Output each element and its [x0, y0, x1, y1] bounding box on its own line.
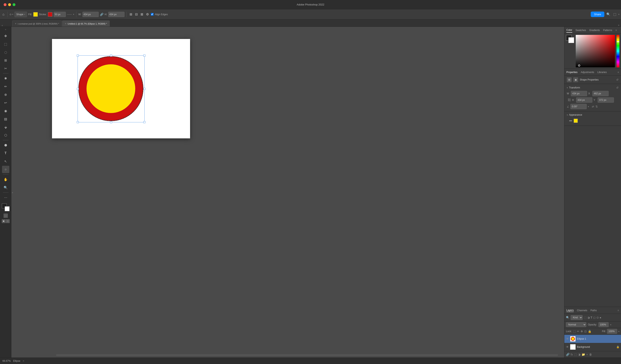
tabs-collapse-right[interactable]: » — [618, 24, 619, 27]
width-input[interactable] — [83, 12, 99, 17]
screen-mode-btn[interactable]: ⬢ — [2, 219, 5, 223]
add-fx-btn[interactable]: fx — [571, 353, 573, 356]
lock-transparent-icon[interactable]: ⬚ — [573, 330, 576, 333]
link-layers-btn[interactable]: 🔗 — [566, 353, 569, 356]
path-select-tool-btn[interactable]: ↖ — [2, 158, 9, 165]
delete-layer-btn[interactable]: 🗑 — [589, 353, 592, 356]
y-value-input[interactable] — [598, 97, 614, 103]
crop-tool-btn[interactable]: ⊞ — [2, 57, 9, 64]
w-value-input[interactable] — [571, 91, 587, 96]
lock-artboard-icon[interactable]: ⊡ — [584, 330, 587, 333]
color-tab[interactable]: Color — [566, 28, 572, 33]
close-btn[interactable] — [4, 3, 6, 6]
lock-all-icon[interactable]: 🔒 — [588, 330, 591, 333]
add-mask-btn[interactable]: ⬚ — [574, 353, 577, 356]
layer-item-ellipse1[interactable]: 👁 Ellipse 1 — [564, 335, 621, 343]
zoom-tool-btn[interactable]: 🔍 — [2, 184, 9, 191]
fill-color-swatch[interactable] — [33, 12, 38, 17]
panels-collapse-icon[interactable]: « — [2, 24, 3, 27]
hue-slider[interactable] — [617, 35, 619, 67]
align-center-btn[interactable]: ⊟ — [134, 12, 138, 17]
appearance-icon[interactable]: ◉ — [573, 77, 578, 82]
healing-tool-btn[interactable]: ✱ — [2, 75, 9, 82]
ellipse-visibility-icon[interactable]: 👁 — [566, 337, 569, 340]
history-tool-btn[interactable]: ↩ — [2, 99, 9, 106]
handle-bottom-left[interactable] — [77, 121, 79, 123]
screen-mode2-btn[interactable]: ⬡ — [6, 219, 10, 223]
ellipse-outer-ring[interactable] — [78, 56, 143, 121]
shape-mode-btn[interactable]: Shape ▾ — [15, 12, 27, 17]
paths-tab[interactable]: Paths — [590, 309, 597, 312]
ellipse-tool-icon[interactable]: ○ — [10, 13, 12, 16]
channels-tab[interactable]: Channels — [577, 309, 587, 312]
layers-panel-menu[interactable]: ≡ — [618, 309, 619, 312]
stroke-size-input[interactable] — [54, 12, 66, 17]
filter-pixel-icon[interactable]: ⬚ — [584, 316, 586, 319]
patterns-tab[interactable]: Patterns — [603, 28, 612, 33]
filter-kind-dropdown[interactable]: Kind — [571, 315, 583, 320]
transform-reset-icon[interactable]: ↺ — [616, 86, 619, 89]
blur-tool-btn[interactable]: ⬙ — [2, 123, 9, 131]
tab-0-close[interactable]: ✕ — [15, 22, 17, 25]
tab-1-close[interactable]: ✕ — [65, 22, 66, 25]
maximize-btn[interactable] — [13, 3, 16, 6]
filter-smart-icon[interactable]: ⊙ — [596, 316, 599, 319]
angle-input[interactable] — [570, 104, 587, 109]
search-button[interactable]: 🔍 — [605, 12, 611, 17]
pen-tool-btn[interactable]: ⬣ — [2, 141, 9, 149]
lock-image-icon[interactable]: ✏ — [577, 330, 579, 333]
left-panel-collapse[interactable]: « — [11, 192, 14, 193]
transform-icon[interactable]: ⊞ — [567, 77, 572, 82]
handle-bottom-right[interactable] — [143, 121, 145, 123]
filter-active-toggle[interactable]: ● — [600, 316, 601, 319]
libraries-tab[interactable]: Libraries — [597, 71, 607, 74]
add-adjustment-btn[interactable]: ◑ — [578, 353, 580, 356]
transform-chevron[interactable]: ▾ — [567, 87, 568, 89]
home-button[interactable]: ⌂ — [2, 12, 5, 17]
height-input[interactable] — [108, 12, 124, 17]
add-group-btn[interactable]: 📁 — [582, 353, 585, 356]
more-tools-btn[interactable]: ⋯ — [2, 194, 9, 201]
flip-h-icon[interactable]: ⇄ — [592, 105, 594, 108]
layers-tab[interactable]: Layers — [566, 309, 574, 312]
dodge-tool-btn[interactable]: ⬡ — [2, 132, 9, 139]
stroke-color-swatch[interactable] — [48, 12, 52, 17]
adjustments-tab[interactable]: Adjustments — [581, 71, 594, 74]
blend-mode-dropdown[interactable]: Normal — [566, 322, 586, 327]
share-button[interactable]: Share — [591, 12, 604, 17]
quick-mask-btn[interactable]: ⬚ — [4, 214, 8, 218]
gradient-tool-btn[interactable]: ▤ — [2, 115, 9, 123]
gradients-tab[interactable]: Gradients — [589, 28, 600, 33]
tab-1[interactable]: ✕ Untitled-1 @ 66.7% (Ellipse 1, RGB/8) … — [62, 20, 110, 27]
flip-v-icon[interactable]: ⇅ — [595, 105, 598, 108]
eraser-tool-btn[interactable]: ◉ — [2, 107, 9, 115]
align-left-btn[interactable]: ⊞ — [129, 12, 133, 17]
stroke-line-style[interactable]: —— — [67, 13, 72, 16]
filter-shape-icon[interactable]: ◻ — [593, 316, 596, 319]
hue-slider-thumb[interactable] — [617, 41, 619, 42]
add-layer-btn[interactable]: + — [586, 353, 588, 356]
lasso-tool-btn[interactable]: ◌ — [2, 49, 9, 56]
filter-type-icon[interactable]: T — [590, 316, 592, 319]
opacity-input[interactable] — [599, 322, 609, 327]
link-dimensions-icon[interactable]: 🔗 — [100, 13, 103, 16]
tab-0[interactable]: ✕ i-container.psd @ 300% (i-test, RGB/8#… — [12, 20, 62, 27]
h-value-input[interactable] — [576, 97, 592, 103]
link-wh-icon[interactable]: ⛓ — [568, 98, 571, 102]
shape-tool-btn[interactable]: ○ — [2, 166, 9, 173]
properties-panel-menu[interactable]: ≡ — [618, 71, 619, 74]
bg-color-chip[interactable] — [569, 37, 574, 43]
status-arrow[interactable]: > — [23, 360, 24, 362]
swatches-tab[interactable]: Swatches — [575, 28, 586, 33]
left-panel-toggle[interactable]: « — [5, 28, 6, 31]
eyedropper-tool-btn[interactable]: ✂ — [2, 65, 9, 72]
brush-tool-btn[interactable]: ✏ — [2, 83, 9, 90]
x-value-input[interactable] — [592, 91, 609, 96]
align-edges-checkbox[interactable] — [151, 13, 154, 16]
options-btn[interactable]: ⚙ — [145, 12, 150, 17]
handle-top-right[interactable] — [143, 55, 145, 57]
handle-middle-right[interactable] — [143, 88, 145, 90]
lock-position-icon[interactable]: ✥ — [581, 330, 583, 333]
arrange-button[interactable]: ⬚ — [612, 12, 617, 17]
properties-tab[interactable]: Properties — [566, 71, 578, 74]
